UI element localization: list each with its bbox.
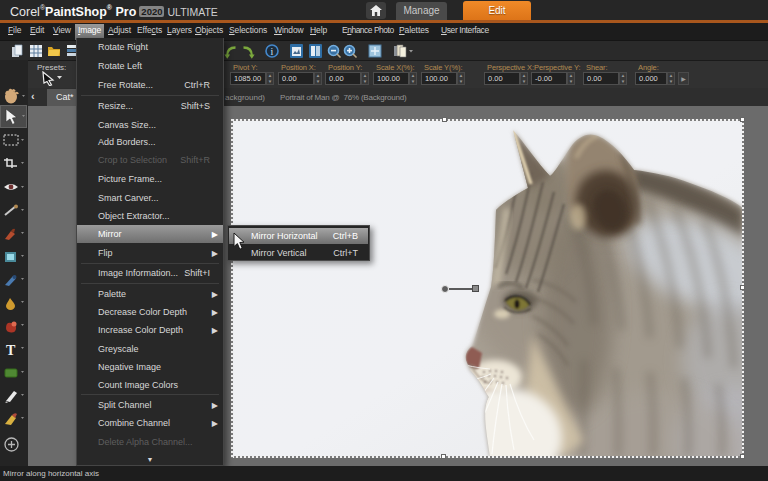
svg-text:i: i <box>271 46 274 57</box>
svg-text:T: T <box>6 343 16 357</box>
